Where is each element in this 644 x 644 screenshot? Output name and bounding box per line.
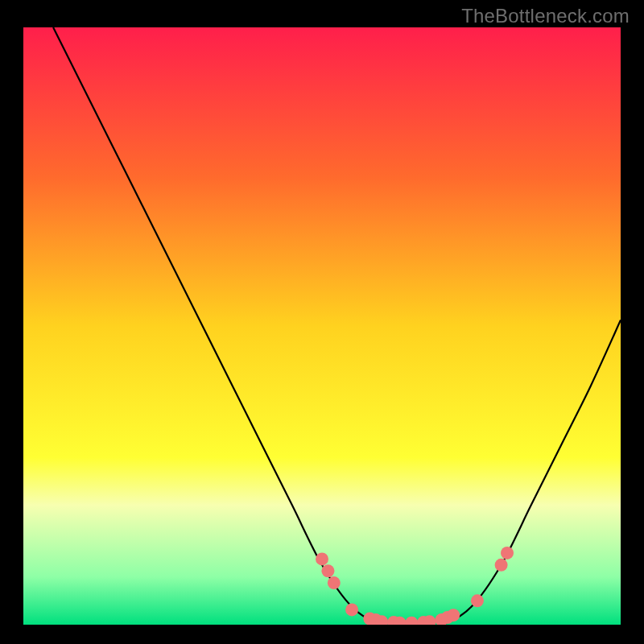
data-marker — [316, 552, 328, 565]
chart-frame: TheBottleneck.com — [0, 0, 644, 644]
watermark-text: TheBottleneck.com — [461, 5, 630, 27]
data-marker — [328, 576, 341, 589]
data-marker — [495, 559, 508, 572]
plot-svg — [23, 27, 621, 625]
data-marker — [501, 547, 514, 559]
plot-area — [23, 27, 621, 625]
data-marker — [321, 564, 334, 577]
data-marker — [471, 594, 484, 607]
data-marker — [447, 609, 460, 621]
gradient-background — [23, 27, 621, 625]
data-marker — [345, 603, 358, 616]
